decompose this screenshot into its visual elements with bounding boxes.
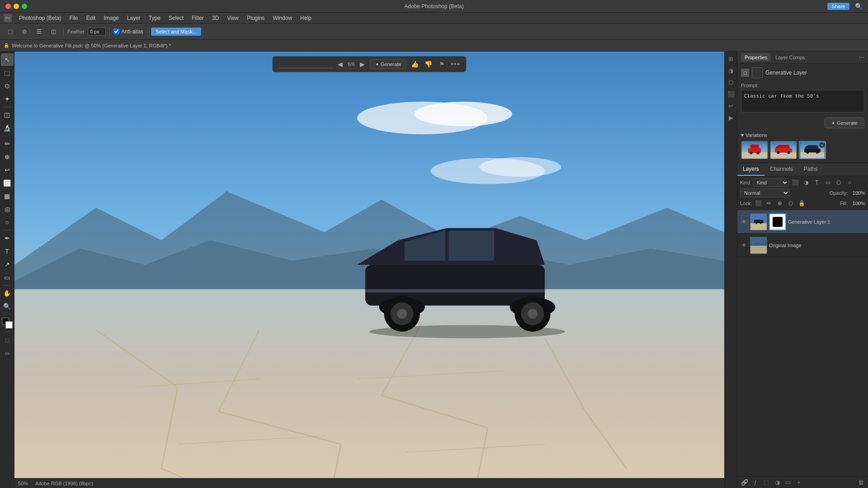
link-layers-btn[interactable]: 🔗 [740, 478, 749, 487]
more-options-button[interactable]: ••• [451, 59, 461, 69]
blend-mode-select[interactable]: Normal Multiply Screen Overlay [740, 188, 790, 197]
lock-transparency-icon[interactable]: ⬛ [754, 199, 763, 208]
menu-window[interactable]: Window [269, 14, 296, 22]
actions-icon[interactable]: ▶ [726, 112, 736, 123]
selection-tool[interactable]: ⬚ [1, 66, 14, 79]
minimize-dot[interactable] [14, 4, 19, 9]
menu-photoshop[interactable]: Photoshop (Beta) [15, 14, 65, 22]
crop-tool[interactable]: ◫ [1, 108, 14, 121]
text-tool[interactable]: T [1, 245, 14, 258]
hand-tool[interactable]: ✋ [1, 287, 14, 300]
libraries-icon[interactable]: ⬛ [726, 89, 736, 99]
marquee-tool-icon[interactable]: ⬚ [4, 25, 16, 38]
menu-layer[interactable]: Layer [123, 14, 144, 22]
properties-icon[interactable]: ⊞ [726, 53, 736, 64]
prompt-textarea[interactable] [741, 90, 864, 113]
menu-file[interactable]: File [66, 14, 81, 22]
variation-close-icon[interactable]: ✕ [819, 142, 825, 148]
menu-plugins[interactable]: Plugins [243, 14, 268, 22]
antialias-checkbox[interactable] [113, 28, 119, 34]
crop-tool-icon[interactable]: ◫ [47, 25, 60, 38]
next-arrow[interactable]: ▶ [359, 60, 367, 68]
variation-1[interactable] [741, 141, 768, 159]
selection-tool-icon[interactable]: ☰ [33, 25, 45, 38]
background-color[interactable] [5, 321, 13, 328]
eraser-tool[interactable]: ⬜ [1, 177, 14, 189]
thumbs-up-button[interactable]: 👍 [410, 59, 420, 69]
variation-3[interactable]: ✕ [799, 141, 826, 159]
feather-input[interactable] [88, 28, 106, 36]
add-fx-btn[interactable]: ƒ [751, 478, 760, 487]
filter-pixel-icon[interactable]: ⬛ [791, 178, 800, 187]
tab-paths[interactable]: Paths [798, 163, 823, 176]
shape-tool[interactable]: ▭ [1, 271, 14, 284]
variations-header[interactable]: ▾ Variations [741, 132, 864, 138]
opacity-value[interactable]: 100% [849, 190, 865, 196]
close-dot[interactable] [5, 4, 11, 9]
dodge-tool[interactable]: ○ [1, 216, 14, 229]
tab-channels[interactable]: Channels [764, 163, 798, 176]
color-pair[interactable] [1, 317, 14, 329]
fill-value[interactable]: 100% [849, 201, 865, 206]
prev-arrow[interactable]: ◀ [336, 60, 344, 68]
tab-properties[interactable]: Properties [741, 53, 771, 61]
styles-icon[interactable]: ⬡ [726, 77, 736, 88]
maximize-dot[interactable] [22, 4, 27, 9]
lock-artboard-icon[interactable]: ⬡ [786, 199, 795, 208]
thumbs-down-button[interactable]: 👎 [424, 59, 434, 69]
menu-help[interactable]: Help [297, 14, 315, 22]
window-controls[interactable] [5, 4, 27, 9]
layers-filter-toggle[interactable]: ○ [845, 178, 854, 187]
adjustments-icon[interactable]: ◑ [726, 65, 736, 76]
lasso-tool[interactable]: ⊙ [1, 80, 14, 92]
generate-action-button[interactable]: ✦ Generate [825, 117, 864, 128]
menu-view[interactable]: View [223, 14, 242, 22]
flag-button[interactable]: ⚑ [437, 59, 447, 69]
menu-image[interactable]: Image [100, 14, 122, 22]
screen-mode-tool[interactable]: ▭ [1, 347, 14, 359]
zoom-tool[interactable]: 🔍 [1, 300, 14, 313]
menu-edit[interactable]: Edit [83, 14, 99, 22]
menu-filter[interactable]: Filter [188, 14, 208, 22]
history-icon[interactable]: ↩ [726, 100, 736, 111]
select-and-mask-button[interactable]: Select and Mask... [151, 28, 201, 36]
delete-layer-btn[interactable]: 🗑 [856, 478, 865, 487]
lock-position-icon[interactable]: ⊕ [775, 199, 784, 208]
filter-shape-icon[interactable]: ▭ [823, 178, 832, 187]
menu-3d[interactable]: 3D [208, 14, 222, 22]
layer-visibility-2[interactable]: 👁 [740, 242, 748, 249]
gradient-tool[interactable]: ▦ [1, 190, 14, 202]
quick-mask-tool[interactable]: ⬚ [1, 333, 14, 346]
filter-adjustment-icon[interactable]: ◑ [802, 178, 811, 187]
lock-image-icon[interactable]: ✏ [764, 199, 774, 208]
magic-wand-tool[interactable]: ✦ [1, 93, 14, 105]
eyedropper-tool[interactable]: 🔬 [1, 122, 14, 134]
lasso-tool-icon[interactable]: ⊙ [18, 25, 31, 38]
brush-tool[interactable]: ✏ [1, 137, 14, 150]
layer-item-generative[interactable]: 👁 [737, 210, 868, 234]
blur-tool[interactable]: ◎ [1, 203, 14, 216]
add-layer-btn[interactable]: + [794, 478, 803, 487]
clone-stamp-tool[interactable]: ⊕ [1, 150, 14, 163]
gen-fill-input[interactable] [278, 61, 332, 68]
menu-select[interactable]: Select [165, 14, 187, 22]
add-group-btn[interactable]: ▭ [783, 478, 793, 487]
lock-all-icon[interactable]: 🔒 [797, 199, 806, 208]
canvas-container[interactable]: ◀ 6/6 ▶ ✦ Generate 👍 👎 ⚑ ••• [14, 52, 724, 478]
share-button[interactable]: Share [827, 3, 849, 10]
layer-visibility-1[interactable]: 👁 [740, 219, 748, 225]
menu-type[interactable]: Type [145, 14, 164, 22]
add-adjustment-btn[interactable]: ◑ [773, 478, 782, 487]
filter-smart-icon[interactable]: ⬡ [834, 178, 843, 187]
pen-tool[interactable]: ✒ [1, 232, 14, 244]
move-tool[interactable]: ↖ [1, 53, 14, 66]
tab-layers[interactable]: Layers [737, 163, 764, 176]
properties-close-icon[interactable]: ⋯ [859, 54, 864, 61]
history-brush-tool[interactable]: ↩ [1, 164, 14, 176]
path-selection-tool[interactable]: ↗ [1, 258, 14, 271]
search-icon[interactable]: 🔍 [855, 3, 863, 10]
generate-button[interactable]: ✦ Generate [370, 59, 406, 69]
tab-layer-comps[interactable]: Layer Comps [772, 53, 808, 61]
kind-select[interactable]: Kind [753, 178, 789, 187]
filter-type-icon[interactable]: T [812, 178, 821, 187]
